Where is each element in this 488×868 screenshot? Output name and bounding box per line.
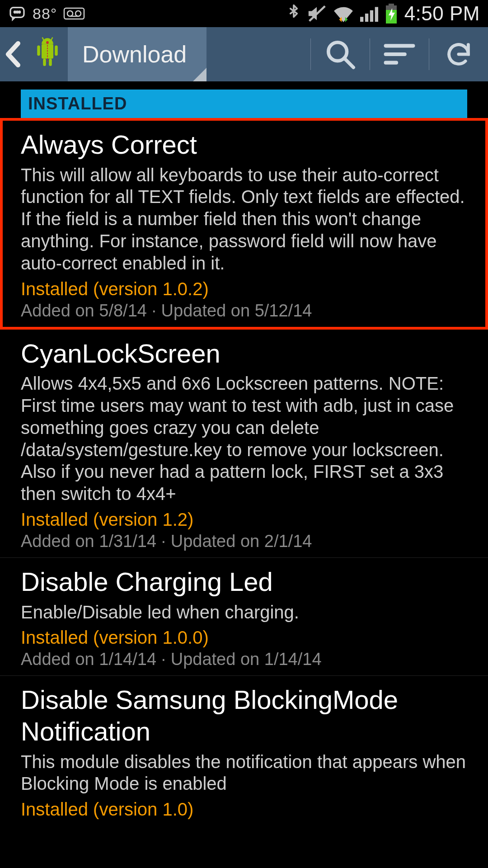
tab-download-label: Download [82,41,187,68]
sort-button[interactable] [370,27,429,81]
svg-line-25 [51,38,52,41]
svg-rect-21 [55,46,58,56]
svg-point-27 [46,41,49,44]
signal-icon [360,5,378,22]
svg-rect-13 [370,10,373,22]
section-header-installed: INSTALLED [21,90,467,118]
module-installed-version: Installed (version 1.2) [21,509,467,530]
svg-point-5 [67,11,73,16]
module-item[interactable]: Always Correct This will allow all keybo… [0,118,488,330]
svg-rect-15 [389,4,394,5]
module-dates: Added on 1/31/14 · Updated on 2/1/14 [21,532,467,551]
search-button[interactable] [311,27,370,81]
wifi-icon [333,5,354,22]
svg-rect-11 [360,17,363,22]
android-logo-icon [27,27,68,81]
module-title: CyanLockScreen [21,338,467,369]
status-time: 4:50 PM [404,2,480,25]
svg-rect-12 [365,14,368,22]
battery-charging-icon [385,4,398,24]
module-title: Disable Samsung BlockingMode Notificatio… [21,684,467,747]
status-right-group: 4:50 PM [287,2,480,25]
module-installed-version: Installed (version 1.0.2) [21,279,467,299]
svg-rect-14 [375,7,378,22]
svg-point-6 [75,11,81,16]
svg-rect-22 [43,59,46,66]
module-description: This will allow all keyboards to use the… [21,164,467,274]
svg-rect-23 [49,59,52,66]
svg-line-29 [344,58,353,67]
module-description: This module disables the notification th… [21,751,467,795]
module-list[interactable]: Always Correct This will allow all keybo… [0,118,488,828]
module-installed-version: Installed (version 1.0) [21,799,467,820]
tab-download[interactable]: Download [68,27,206,81]
module-title: Always Correct [21,129,467,160]
module-description: Allows 4x4,5x5 and 6x6 Lockscreen patter… [21,373,467,505]
status-temperature: 88° [33,5,57,23]
notification-chat-icon [8,5,26,23]
svg-line-24 [42,38,44,41]
svg-point-1 [14,11,15,13]
module-item[interactable]: Disable Samsung BlockingMode Notificatio… [0,676,488,828]
voicemail-icon [63,7,85,20]
status-bar: 88° 4:50 PM [0,0,488,27]
back-button[interactable] [0,27,27,81]
svg-point-2 [16,11,18,13]
module-dates: Added on 5/8/14 · Updated on 5/12/14 [21,301,467,321]
bluetooth-icon [287,4,300,24]
module-description: Enable/Disable led when charging. [21,601,467,623]
svg-rect-20 [37,46,40,56]
svg-point-3 [19,11,20,13]
module-title: Disable Charging Led [21,566,467,598]
module-installed-version: Installed (version 1.0.0) [21,627,467,648]
refresh-button[interactable] [429,27,488,81]
spinner-indicator-icon [193,68,206,81]
status-left-group: 88° [8,5,85,23]
action-bar: Download [0,27,488,81]
module-item[interactable]: Disable Charging Led Enable/Disable led … [0,558,488,676]
module-dates: Added on 1/14/14 · Updated on 1/14/14 [21,650,467,669]
mute-icon [307,5,327,23]
module-item[interactable]: CyanLockScreen Allows 4x4,5x5 and 6x6 Lo… [0,330,488,558]
